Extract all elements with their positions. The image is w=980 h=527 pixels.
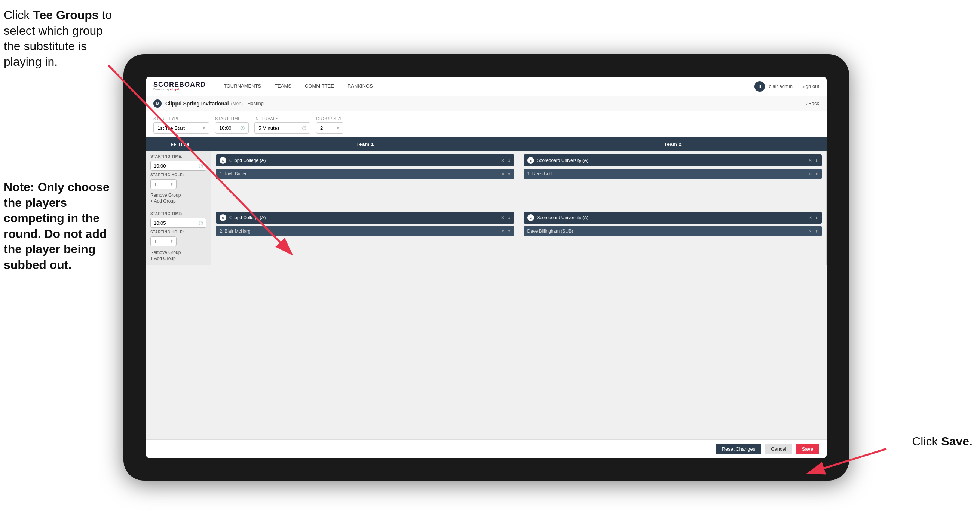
- group-left-1: STARTING TIME: 10:00 🕐 STARTING HOLE: 1 …: [146, 151, 212, 208]
- table-header: Tee Time Team 1 Team 2: [146, 137, 827, 151]
- team-card-1-2[interactable]: C Clippd College (A) ✕ ⬍: [216, 212, 514, 224]
- group-size-spinner: ⬍: [336, 126, 339, 130]
- player-remove-2-1[interactable]: ✕: [809, 172, 812, 177]
- nav-tournaments[interactable]: TOURNAMENTS: [217, 77, 268, 96]
- intervals-label: Intervals: [255, 116, 310, 121]
- player-remove-2-2[interactable]: ✕: [809, 229, 812, 234]
- remove-group-1[interactable]: Remove Group: [150, 193, 207, 198]
- player-row-2-2: Dave Billingham (SUB) ✕ ⬍: [523, 226, 822, 236]
- team-name-1-1: Clippd College (A): [229, 158, 266, 163]
- col-team1: Team 1: [212, 137, 519, 151]
- add-group-1[interactable]: + Add Group: [150, 199, 207, 204]
- sub-header-badge: (Men): [231, 101, 243, 106]
- group-team1-2: C Clippd College (A) ✕ ⬍ 2. Blair McHarg…: [212, 208, 519, 265]
- team-card-2-1[interactable]: S Scoreboard University (A) ✕ ⬍: [523, 154, 822, 166]
- starting-time-label-2: STARTING TIME:: [150, 212, 207, 216]
- hole-spinner-2: ⬍: [170, 239, 173, 244]
- team-remove-1-1[interactable]: ✕: [501, 158, 504, 163]
- team-name-2-1: Scoreboard University (A): [537, 158, 589, 163]
- player-name-1-2: 2. Blair McHarg: [220, 229, 251, 234]
- click-save-label: Click Save.: [912, 435, 972, 449]
- team-logo-2-2: S: [527, 214, 534, 221]
- group-team2-2: S Scoreboard University (A) ✕ ⬍ Dave Bil…: [519, 208, 827, 265]
- nav-right: B blair admin | Sign out: [754, 81, 819, 92]
- group-team1-1: C Clippd College (A) ✕ ⬍ 1. Rich Butler …: [212, 151, 519, 208]
- tee-groups-bold: Tee Groups: [33, 8, 99, 22]
- sign-out-link[interactable]: Sign out: [801, 83, 819, 89]
- sub-header-title: Clippd Spring Invitational: [165, 100, 229, 107]
- start-time-spinner: 🕐: [240, 126, 245, 130]
- start-type-spinner: ⬍: [202, 126, 205, 130]
- intervals-spinner: 🕐: [302, 126, 306, 130]
- logo-area: SCOREBOARD Powered by clippd: [153, 81, 206, 91]
- start-time-input[interactable]: 10:00 🕐: [215, 122, 249, 134]
- sub-header-logo: B: [153, 99, 162, 108]
- sub-header: B Clippd Spring Invitational (Men) Hosti…: [146, 96, 827, 111]
- team-card-2-2[interactable]: S Scoreboard University (A) ✕ ⬍: [523, 212, 822, 224]
- nav-rankings[interactable]: RANKINGS: [341, 77, 380, 96]
- team-card-1-1[interactable]: C Clippd College (A) ✕ ⬍: [216, 154, 514, 166]
- time-spinner-2: 🕐: [199, 221, 203, 225]
- player-row-2-1: 1. Rees Britt ✕ ⬍: [523, 169, 822, 179]
- team-remove-2-1[interactable]: ✕: [808, 158, 812, 163]
- starting-time-input-1[interactable]: 10:00 🕐: [150, 161, 207, 170]
- team-name-2-2: Scoreboard University (A): [537, 215, 589, 220]
- nav-user-name: blair admin: [768, 83, 792, 89]
- back-button[interactable]: ‹ Back: [805, 100, 819, 106]
- col-tee-time: Tee Time: [146, 137, 212, 151]
- note-bold: Note: Only choose the players competing …: [4, 180, 110, 272]
- player-spinner-2-2: ⬍: [815, 229, 818, 233]
- team-remove-1-2[interactable]: ✕: [501, 215, 504, 220]
- start-type-input[interactable]: 1st Tee Start ⬍: [153, 122, 210, 134]
- group-links-1: Remove Group + Add Group: [150, 193, 207, 204]
- player-spinner-1-2: ⬍: [508, 229, 511, 233]
- player-name-2-2: Dave Billingham (SUB): [527, 229, 573, 234]
- nav-committee[interactable]: COMMITTEE: [298, 77, 341, 96]
- group-size-group: Group Size 2 ⬍: [316, 116, 344, 134]
- groups-container: STARTING TIME: 10:00 🕐 STARTING HOLE: 1 …: [146, 151, 827, 439]
- intervals-group: Intervals 5 Minutes 🕐: [255, 116, 310, 134]
- intervals-input[interactable]: 5 Minutes 🕐: [255, 122, 310, 134]
- add-group-2[interactable]: + Add Group: [150, 256, 207, 261]
- remove-group-2[interactable]: Remove Group: [150, 250, 207, 255]
- group-links-2: Remove Group + Add Group: [150, 250, 207, 261]
- team-logo-1-2: C: [220, 214, 226, 221]
- nav-divider: |: [796, 83, 797, 89]
- player-name-1-1: 1. Rich Butler: [220, 171, 247, 177]
- instruction-text: Click Tee Groups to select which group t…: [4, 8, 120, 70]
- reset-button[interactable]: Reset Changes: [716, 444, 762, 454]
- player-row-1-2: 2. Blair McHarg ✕ ⬍: [216, 226, 514, 236]
- group-team2-1: S Scoreboard University (A) ✕ ⬍ 1. Rees …: [519, 151, 827, 208]
- hole-spinner-1: ⬍: [170, 182, 173, 186]
- start-type-group: Start Type 1st Tee Start ⬍: [153, 116, 210, 134]
- team-remove-2-2[interactable]: ✕: [808, 215, 812, 220]
- settings-row: Start Type 1st Tee Start ⬍ Start Time 10…: [146, 111, 827, 137]
- starting-time-label-1: STARTING TIME:: [150, 154, 207, 159]
- starting-time-input-2[interactable]: 10:05 🕐: [150, 218, 207, 228]
- player-name-2-1: 1. Rees Britt: [527, 171, 552, 177]
- cancel-button[interactable]: Cancel: [765, 444, 792, 454]
- starting-hole-label-2: STARTING HOLE:: [150, 230, 207, 234]
- nav-teams[interactable]: TEAMS: [268, 77, 298, 96]
- group-row-1: STARTING TIME: 10:00 🕐 STARTING HOLE: 1 …: [146, 151, 827, 208]
- group-left-2: STARTING TIME: 10:05 🕐 STARTING HOLE: 1 …: [146, 208, 212, 265]
- group-size-input[interactable]: 2 ⬍: [316, 122, 344, 134]
- starting-hole-label-1: STARTING HOLE:: [150, 173, 207, 177]
- team-spinner-2-1: ⬍: [815, 159, 818, 163]
- navbar: SCOREBOARD Powered by clippd TOURNAMENTS…: [146, 77, 827, 96]
- team-spinner-1-2: ⬍: [508, 216, 511, 220]
- tablet-screen: SCOREBOARD Powered by clippd TOURNAMENTS…: [146, 77, 827, 458]
- team-logo-2-1: S: [527, 157, 534, 164]
- team-spinner-1-1: ⬍: [508, 159, 511, 163]
- player-remove-1-2[interactable]: ✕: [501, 229, 504, 234]
- col-team2: Team 2: [519, 137, 827, 151]
- starting-hole-input-1[interactable]: 1 ⬍: [150, 179, 177, 189]
- starting-hole-input-2[interactable]: 1 ⬍: [150, 236, 177, 246]
- save-button[interactable]: Save: [796, 444, 819, 454]
- logo-scoreboard: SCOREBOARD: [153, 81, 206, 88]
- player-remove-1-1[interactable]: ✕: [501, 172, 504, 177]
- group-row-2: STARTING TIME: 10:05 🕐 STARTING HOLE: 1 …: [146, 208, 827, 265]
- tablet: SCOREBOARD Powered by clippd TOURNAMENTS…: [123, 54, 849, 481]
- team-logo-1-1: C: [220, 157, 226, 164]
- note-text: Note: Only choose the players competing …: [4, 180, 120, 273]
